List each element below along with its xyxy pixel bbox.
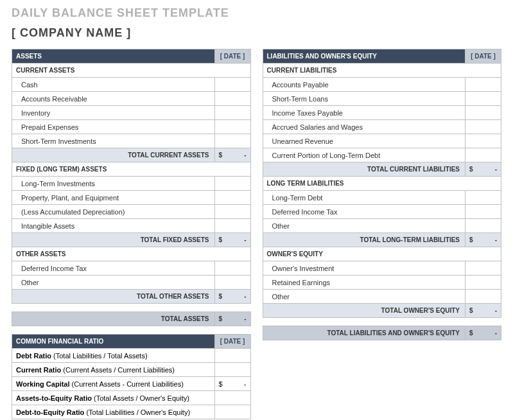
total-equity-value: $- — [465, 304, 501, 318]
total-current-liab-value: $- — [465, 162, 501, 177]
item-ar: Accounts Receivable — [12, 92, 215, 106]
section-lt-liab: LONG TERM LIABILITIES — [263, 177, 501, 191]
item-ltdebt: Long-Term Debt — [263, 191, 465, 205]
value-cell[interactable] — [465, 78, 501, 92]
ratio-ate-value[interactable] — [214, 391, 250, 405]
item-ownerinv: Owner's Investment — [263, 261, 465, 276]
item-deftax2: Deferred Income Tax — [263, 205, 465, 219]
value-cell[interactable] — [214, 219, 250, 233]
value-cell[interactable] — [214, 106, 250, 120]
item-prepaid: Prepaid Expenses — [12, 120, 215, 134]
value-cell[interactable] — [214, 120, 250, 134]
total-assets-table: TOTAL ASSETS$- — [12, 311, 251, 326]
item-unearned: Unearned Revenue — [263, 134, 465, 148]
liabilities-table: LIABILITIES AND OWNER'S EQUITY [ DATE ] … — [263, 49, 502, 318]
total-fixed-assets-label: TOTAL FIXED ASSETS — [12, 233, 215, 247]
section-current-assets: CURRENT ASSETS — [12, 64, 251, 78]
item-ppe: Property, Plant, and Equipment — [12, 191, 215, 205]
total-lt-liab-label: TOTAL LONG-TERM LIABILITIES — [263, 233, 465, 247]
total-current-assets-value: $- — [214, 148, 250, 162]
total-assets-value: $- — [214, 312, 250, 326]
item-cash: Cash — [12, 78, 215, 92]
total-lt-liab-value: $- — [465, 233, 501, 247]
total-equity-label: TOTAL OWNER'S EQUITY — [263, 304, 465, 318]
item-retained: Retained Earnings — [263, 276, 465, 290]
total-current-liab-label: TOTAL CURRENT LIABILITIES — [263, 162, 465, 177]
ratio-ate: Assets-to-Equity Ratio (Total Assets / O… — [12, 391, 215, 405]
item-stinv: Short-Term Investments — [12, 134, 215, 148]
assets-date-header: [ DATE ] — [214, 49, 250, 64]
assets-header: ASSETS — [12, 49, 215, 64]
section-current-liab: CURRENT LIABILITIES — [263, 64, 501, 78]
item-other-liab: Other — [263, 219, 465, 233]
value-cell[interactable] — [214, 191, 250, 205]
item-stloans: Short-Term Loans — [263, 92, 465, 106]
section-other-assets: OTHER ASSETS — [12, 247, 251, 261]
ratio-dte: Debt-to-Equity Ratio (Total Liabilities … — [12, 405, 215, 419]
item-deftax: Deferred Income Tax — [12, 261, 215, 276]
item-other-asset: Other — [12, 276, 215, 290]
value-cell[interactable] — [465, 219, 501, 233]
item-dep: (Less Accumulated Depreciation) — [12, 205, 215, 219]
value-cell[interactable] — [465, 92, 501, 106]
section-fixed-assets: FIXED (LONG TERM) ASSETS — [12, 162, 251, 177]
value-cell[interactable] — [465, 106, 501, 120]
value-cell[interactable] — [465, 120, 501, 134]
value-cell[interactable] — [214, 276, 250, 290]
total-other-assets-label: TOTAL OTHER ASSETS — [12, 290, 215, 304]
ratio-dte-value[interactable] — [214, 405, 250, 419]
item-ap: Accounts Payable — [263, 78, 465, 92]
value-cell[interactable] — [465, 191, 501, 205]
total-liab-equity-value: $- — [465, 326, 501, 340]
value-cell[interactable] — [465, 134, 501, 148]
value-cell[interactable] — [214, 177, 250, 191]
ratio-debt: Debt Ratio (Total Liabilities / Total As… — [12, 349, 215, 363]
assets-table: ASSETS [ DATE ] CURRENT ASSETS Cash Acco… — [12, 49, 251, 304]
ratio-wc-value: $- — [214, 377, 250, 391]
ratio-current-value[interactable] — [214, 363, 250, 377]
company-name: [ COMPANY NAME ] — [12, 26, 501, 40]
ratio-wc: Working Capital (Current Assets - Curren… — [12, 377, 215, 391]
value-cell[interactable] — [465, 261, 501, 276]
ratio-current: Current Ratio (Current Assets / Current … — [12, 363, 215, 377]
liabilities-header: LIABILITIES AND OWNER'S EQUITY — [263, 49, 465, 64]
ratios-header: COMMON FINANCIAL RATIO — [12, 335, 215, 349]
item-ltinv: Long-Term Investments — [12, 177, 215, 191]
item-curltd: Current Portion of Long-Term Debt — [263, 148, 465, 162]
section-equity: OWNER'S EQUITY — [263, 247, 501, 261]
value-cell[interactable] — [214, 134, 250, 148]
ratios-date-header: [ DATE ] — [214, 335, 250, 349]
total-fixed-assets-value: $- — [214, 233, 250, 247]
value-cell[interactable] — [214, 92, 250, 106]
value-cell[interactable] — [214, 78, 250, 92]
total-liab-equity-table: TOTAL LIABILITIES AND OWNER'S EQUITY$- — [263, 326, 502, 340]
liabilities-date-header: [ DATE ] — [465, 49, 501, 64]
value-cell[interactable] — [465, 276, 501, 290]
total-other-assets-value: $- — [214, 290, 250, 304]
ratio-debt-value[interactable] — [214, 349, 250, 363]
total-liab-equity-label: TOTAL LIABILITIES AND OWNER'S EQUITY — [263, 326, 465, 340]
item-intangible: Intangible Assets — [12, 219, 215, 233]
item-other-eq: Other — [263, 290, 465, 304]
total-assets-label: TOTAL ASSETS — [12, 312, 215, 326]
item-accsal: Accrued Salaries and Wages — [263, 120, 465, 134]
total-current-assets-label: TOTAL CURRENT ASSETS — [12, 148, 215, 162]
value-cell[interactable] — [465, 205, 501, 219]
page-title: DAILY BALANCE SHEET TEMPLATE — [12, 6, 501, 20]
item-inventory: Inventory — [12, 106, 215, 120]
value-cell[interactable] — [214, 205, 250, 219]
item-inctax: Income Taxes Payable — [263, 106, 465, 120]
ratios-table: COMMON FINANCIAL RATIO [ DATE ] Debt Rat… — [12, 334, 251, 419]
value-cell[interactable] — [465, 148, 501, 162]
value-cell[interactable] — [465, 290, 501, 304]
value-cell[interactable] — [214, 261, 250, 276]
